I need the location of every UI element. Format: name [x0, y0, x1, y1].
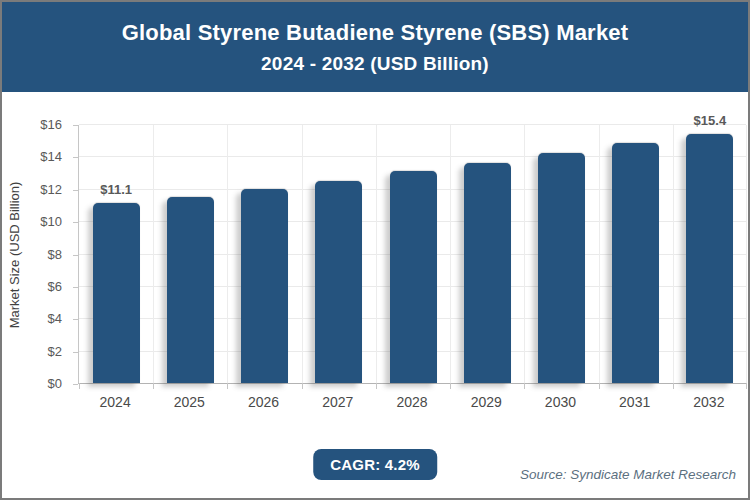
y-tick-mark: [73, 222, 78, 223]
y-tick-mark: [73, 157, 78, 158]
chart-header: Global Styrene Butadiene Styrene (SBS) M…: [2, 2, 748, 92]
y-tick-label-8: $8: [2, 247, 62, 263]
y-tick-label-14: $14: [2, 149, 62, 165]
x-tick-label-2032: 2032: [672, 394, 746, 410]
y-tick-mark: [73, 287, 78, 288]
y-tick-mark: [73, 125, 78, 126]
x-tick-mark: [153, 383, 154, 389]
x-tick-label-2026: 2026: [226, 394, 300, 410]
chart-title-line2: 2024 - 2032 (USD Billion): [261, 53, 489, 75]
x-tick-label-2030: 2030: [523, 394, 597, 410]
bar-2027: [315, 181, 362, 383]
y-tick-label-4: $4: [2, 311, 62, 327]
y-axis-tick-labels: $0$2$4$6$8$10$12$14$16: [2, 125, 72, 384]
bar-2025: [167, 197, 214, 383]
bar-value-label-2032: $15.4: [665, 113, 750, 128]
x-tick-mark: [79, 383, 80, 389]
bar-2024: [93, 203, 140, 383]
x-tick-mark: [302, 383, 303, 389]
chart-frame: Global Styrene Butadiene Styrene (SBS) M…: [0, 0, 750, 500]
x-tick-mark: [599, 383, 600, 389]
y-tick-label-6: $6: [2, 279, 62, 295]
x-tick-mark: [524, 383, 525, 389]
v-gridline: [227, 125, 228, 383]
x-tick-mark: [376, 383, 377, 389]
y-tick-label-16: $16: [2, 117, 62, 133]
y-tick-mark: [73, 319, 78, 320]
x-tick-label-2031: 2031: [598, 394, 672, 410]
y-tick-mark: [73, 190, 78, 191]
v-gridline: [376, 125, 377, 383]
bar-2028: [390, 171, 437, 383]
y-tick-mark: [73, 384, 78, 385]
y-tick-mark: [73, 255, 78, 256]
y-tick-label-12: $12: [2, 182, 62, 198]
bar-2026: [241, 189, 288, 383]
bar-2031: [612, 143, 659, 383]
cagr-badge: CAGR: 4.2%: [313, 449, 437, 480]
x-tick-label-2028: 2028: [375, 394, 449, 410]
source-credit: Source: Syndicate Market Research: [520, 467, 736, 482]
v-gridline: [673, 125, 674, 383]
v-gridline: [302, 125, 303, 383]
v-gridline: [450, 125, 451, 383]
y-tick-label-0: $0: [2, 376, 62, 392]
x-tick-mark: [227, 383, 228, 389]
y-tick-label-2: $2: [2, 344, 62, 360]
bar-2029: [464, 163, 511, 383]
bar-2032: [686, 134, 733, 383]
v-gridline: [524, 125, 525, 383]
x-tick-mark: [450, 383, 451, 389]
chart-title-line1: Global Styrene Butadiene Styrene (SBS) M…: [122, 20, 629, 46]
y-tick-label-10: $10: [2, 214, 62, 230]
x-tick-label-2029: 2029: [449, 394, 523, 410]
plot-area: $11.1$15.4: [78, 125, 746, 384]
x-axis-tick-labels: 202420252026202720282029203020312032: [78, 394, 746, 414]
h-gridline-16: [79, 124, 746, 125]
v-gridline: [746, 125, 747, 383]
v-gridline: [153, 125, 154, 383]
v-gridline: [599, 125, 600, 383]
bar-value-label-2024: $11.1: [71, 182, 161, 197]
x-tick-label-2025: 2025: [152, 394, 226, 410]
x-tick-mark: [673, 383, 674, 389]
y-tick-mark: [73, 352, 78, 353]
x-tick-label-2024: 2024: [78, 394, 152, 410]
bar-2030: [538, 153, 585, 383]
x-tick-mark: [746, 383, 747, 389]
x-tick-label-2027: 2027: [301, 394, 375, 410]
